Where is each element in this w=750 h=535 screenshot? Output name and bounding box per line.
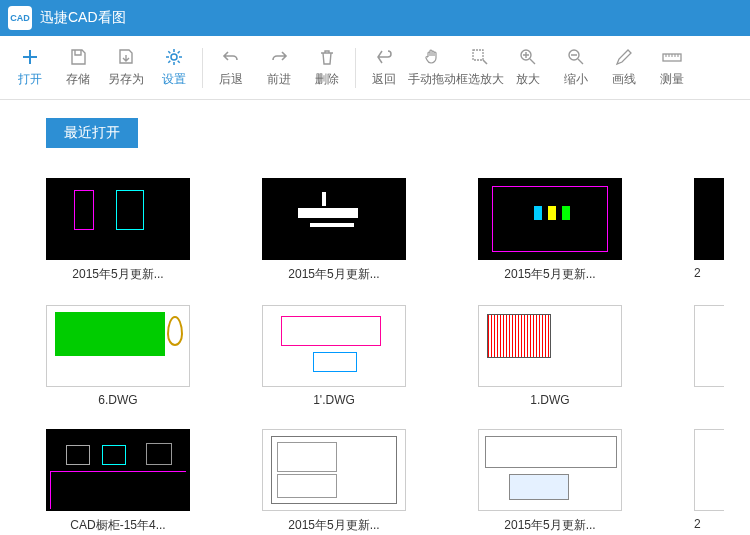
svg-point-0: [171, 54, 177, 60]
open-button[interactable]: 打开: [6, 40, 54, 96]
saveas-label: 另存为: [108, 71, 144, 88]
file-label: 2: [694, 266, 724, 280]
settings-label: 设置: [162, 71, 186, 88]
file-label: 2015年5月更新...: [478, 517, 622, 534]
return-label: 返回: [372, 71, 396, 88]
ruler-icon: [662, 47, 682, 67]
file-thumbnail: [694, 305, 724, 387]
open-label: 打开: [18, 71, 42, 88]
file-item[interactable]: 2015年5月更新...: [262, 429, 478, 534]
file-label: 2015年5月更新...: [262, 517, 406, 534]
back-label: 后退: [219, 71, 243, 88]
delete-button[interactable]: 删除: [303, 40, 351, 96]
file-label: 1.DWG: [478, 393, 622, 407]
gear-icon: [164, 47, 184, 67]
delete-label: 删除: [315, 71, 339, 88]
file-thumbnail: [46, 178, 190, 260]
saveas-icon: [116, 47, 136, 67]
file-thumbnail: [262, 305, 406, 387]
file-thumbnail: [478, 178, 622, 260]
file-item-cutoff[interactable]: [694, 305, 724, 407]
save-icon: [68, 47, 88, 67]
app-logo-icon: CAD: [8, 6, 32, 30]
forward-label: 前进: [267, 71, 291, 88]
saveas-button[interactable]: 另存为: [102, 40, 150, 96]
separator: [202, 48, 203, 88]
app-title: 迅捷CAD看图: [40, 9, 126, 27]
trash-icon: [317, 47, 337, 67]
file-item-cutoff[interactable]: 2: [694, 178, 724, 283]
file-item[interactable]: 2015年5月更新...: [478, 429, 694, 534]
return-icon: [374, 47, 394, 67]
forward-button[interactable]: 前进: [255, 40, 303, 96]
zoom-out-button[interactable]: 缩小: [552, 40, 600, 96]
file-thumbnail: [478, 429, 622, 511]
draw-line-button[interactable]: 画线: [600, 40, 648, 96]
file-item[interactable]: CAD橱柜-15年4...: [46, 429, 262, 534]
file-thumbnail: [262, 178, 406, 260]
file-label: 2015年5月更新...: [262, 266, 406, 283]
file-thumbnail: [46, 429, 190, 511]
file-label: 6.DWG: [46, 393, 190, 407]
plus-icon: [20, 47, 40, 67]
titlebar: CAD 迅捷CAD看图: [0, 0, 750, 36]
save-button[interactable]: 存储: [54, 40, 102, 96]
zoom-in-label: 放大: [516, 71, 540, 88]
pencil-icon: [614, 47, 634, 67]
svg-rect-1: [473, 50, 483, 60]
file-thumbnail: [694, 178, 724, 260]
draw-line-label: 画线: [612, 71, 636, 88]
zoom-out-label: 缩小: [564, 71, 588, 88]
file-thumbnail: [46, 305, 190, 387]
file-item[interactable]: 1'.DWG: [262, 305, 478, 407]
zoom-window-button[interactable]: 框选放大: [456, 40, 504, 96]
file-label: CAD橱柜-15年4...: [46, 517, 190, 534]
hand-icon: [422, 47, 442, 67]
zoom-in-button[interactable]: 放大: [504, 40, 552, 96]
toolbar: 打开 存储 另存为 设置 后退 前进 删除 返回 手动拖动 框选放大 放大: [0, 36, 750, 100]
file-label: 2: [694, 517, 724, 531]
file-label: 1'.DWG: [262, 393, 406, 407]
file-item[interactable]: 6.DWG: [46, 305, 262, 407]
recent-section-header: 最近打开: [46, 118, 138, 148]
file-thumbnail: [262, 429, 406, 511]
zoom-window-icon: [470, 47, 490, 67]
file-label: 2015年5月更新...: [46, 266, 190, 283]
back-button[interactable]: 后退: [207, 40, 255, 96]
file-label: 2015年5月更新...: [478, 266, 622, 283]
measure-button[interactable]: 测量: [648, 40, 696, 96]
separator: [355, 48, 356, 88]
file-grid: 2015年5月更新... 2015年5月更新... 2015年5月更新... 2…: [46, 178, 750, 535]
zoom-window-label: 框选放大: [456, 71, 504, 88]
file-item-cutoff[interactable]: 2: [694, 429, 724, 534]
pan-label: 手动拖动: [408, 71, 456, 88]
zoom-out-icon: [566, 47, 586, 67]
file-item[interactable]: 1.DWG: [478, 305, 694, 407]
content-area: 最近打开 2015年5月更新... 2015年5月更新... 2015年5月更新…: [0, 100, 750, 535]
save-label: 存储: [66, 71, 90, 88]
file-thumbnail: [694, 429, 724, 511]
redo-icon: [269, 47, 289, 67]
settings-button[interactable]: 设置: [150, 40, 198, 96]
file-thumbnail: [478, 305, 622, 387]
zoom-in-icon: [518, 47, 538, 67]
pan-button[interactable]: 手动拖动: [408, 40, 456, 96]
file-item[interactable]: 2015年5月更新...: [262, 178, 478, 283]
measure-label: 测量: [660, 71, 684, 88]
return-button[interactable]: 返回: [360, 40, 408, 96]
undo-icon: [221, 47, 241, 67]
file-item[interactable]: 2015年5月更新...: [478, 178, 694, 283]
file-item[interactable]: 2015年5月更新...: [46, 178, 262, 283]
